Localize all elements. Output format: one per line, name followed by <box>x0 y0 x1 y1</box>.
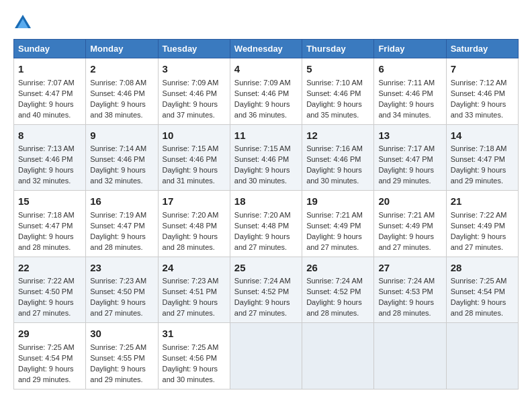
week-row-0: 1Sunrise: 7:07 AMSunset: 4:47 PMDaylight… <box>14 58 519 125</box>
day-number: 23 <box>90 261 153 275</box>
day-detail: Daylight: 9 hours <box>378 165 441 176</box>
day-detail: Sunrise: 7:18 AM <box>18 210 81 221</box>
calendar-cell <box>230 323 302 390</box>
day-number: 6 <box>378 62 441 77</box>
day-detail: Sunrise: 7:14 AM <box>90 144 153 154</box>
day-detail: Sunrise: 7:21 AM <box>306 210 369 221</box>
day-detail: Sunset: 4:46 PM <box>234 154 298 165</box>
day-detail: Daylight: 9 hours <box>306 232 369 242</box>
day-detail: Daylight: 9 hours <box>451 232 514 242</box>
day-detail: Sunrise: 7:15 AM <box>234 144 298 154</box>
week-row-3: 22Sunrise: 7:22 AMSunset: 4:50 PMDayligh… <box>14 257 519 323</box>
day-detail: and 29 minutes. <box>378 176 441 187</box>
calendar-cell: 19Sunrise: 7:21 AMSunset: 4:49 PMDayligh… <box>302 191 374 257</box>
day-number: 2 <box>90 62 153 77</box>
day-number: 18 <box>234 194 298 209</box>
day-detail: and 28 minutes. <box>18 242 81 253</box>
day-detail: Sunset: 4:50 PM <box>90 287 153 298</box>
calendar-cell: 11Sunrise: 7:15 AMSunset: 4:46 PMDayligh… <box>230 124 302 191</box>
day-detail: Sunrise: 7:07 AM <box>18 78 81 89</box>
day-detail: Sunset: 4:48 PM <box>234 221 298 232</box>
calendar-cell: 18Sunrise: 7:20 AMSunset: 4:48 PMDayligh… <box>230 191 302 257</box>
day-detail: Sunrise: 7:11 AM <box>378 78 441 89</box>
day-number: 3 <box>163 62 226 77</box>
day-detail: Sunset: 4:46 PM <box>18 154 81 165</box>
day-detail: and 27 minutes. <box>306 242 369 253</box>
day-detail: Sunset: 4:50 PM <box>18 287 81 298</box>
week-row-4: 29Sunrise: 7:25 AMSunset: 4:54 PMDayligh… <box>14 323 519 390</box>
calendar-cell: 14Sunrise: 7:18 AMSunset: 4:47 PMDayligh… <box>446 124 518 191</box>
day-detail: and 27 minutes. <box>451 242 514 253</box>
day-number: 17 <box>163 194 226 209</box>
page-header <box>13 13 519 32</box>
day-detail: and 28 minutes. <box>90 242 153 253</box>
calendar-cell: 3Sunrise: 7:09 AMSunset: 4:46 PMDaylight… <box>158 58 230 125</box>
day-detail: Sunset: 4:49 PM <box>306 221 369 232</box>
day-detail: Sunrise: 7:13 AM <box>18 144 81 154</box>
calendar-cell: 17Sunrise: 7:20 AMSunset: 4:48 PMDayligh… <box>158 191 230 257</box>
day-number: 22 <box>18 261 81 275</box>
day-number: 29 <box>18 326 81 341</box>
calendar-cell: 10Sunrise: 7:15 AMSunset: 4:46 PMDayligh… <box>158 124 230 191</box>
day-detail: Sunrise: 7:09 AM <box>163 78 226 89</box>
day-detail: Sunrise: 7:21 AM <box>378 210 441 221</box>
day-detail: Daylight: 9 hours <box>451 298 514 308</box>
day-detail: Sunrise: 7:15 AM <box>163 144 226 154</box>
day-detail: and 29 minutes. <box>451 176 514 187</box>
day-number: 14 <box>451 128 514 143</box>
header-friday: Friday <box>374 40 446 58</box>
day-detail: Daylight: 9 hours <box>378 99 441 110</box>
day-number: 16 <box>90 194 153 209</box>
day-detail: Sunset: 4:47 PM <box>451 154 514 165</box>
day-detail: Sunrise: 7:22 AM <box>18 276 81 287</box>
day-detail: Daylight: 9 hours <box>451 165 514 176</box>
day-detail: Sunrise: 7:24 AM <box>306 276 369 287</box>
day-number: 27 <box>378 261 441 275</box>
day-detail: Daylight: 9 hours <box>163 298 226 308</box>
day-detail: and 37 minutes. <box>163 110 226 121</box>
calendar-cell <box>374 323 446 390</box>
calendar-cell: 4Sunrise: 7:09 AMSunset: 4:46 PMDaylight… <box>230 58 302 125</box>
calendar-cell: 9Sunrise: 7:14 AMSunset: 4:46 PMDaylight… <box>86 124 158 191</box>
day-detail: and 30 minutes. <box>234 176 298 187</box>
day-detail: and 27 minutes. <box>90 308 153 319</box>
day-detail: Sunrise: 7:25 AM <box>163 342 226 353</box>
day-detail: and 40 minutes. <box>18 110 81 121</box>
day-detail: and 29 minutes. <box>18 375 81 385</box>
week-row-2: 15Sunrise: 7:18 AMSunset: 4:47 PMDayligh… <box>14 191 519 257</box>
day-detail: Sunset: 4:46 PM <box>306 89 369 99</box>
day-detail: Sunrise: 7:19 AM <box>90 210 153 221</box>
day-detail: Sunrise: 7:20 AM <box>163 210 226 221</box>
day-number: 1 <box>18 62 81 77</box>
day-detail: Daylight: 9 hours <box>18 232 81 242</box>
day-number: 19 <box>306 194 369 209</box>
calendar-cell: 29Sunrise: 7:25 AMSunset: 4:54 PMDayligh… <box>14 323 86 390</box>
calendar-header: SundayMondayTuesdayWednesdayThursdayFrid… <box>14 40 519 58</box>
day-number: 15 <box>18 194 81 209</box>
day-detail: and 28 minutes. <box>163 242 226 253</box>
calendar-cell: 26Sunrise: 7:24 AMSunset: 4:52 PMDayligh… <box>302 257 374 323</box>
day-detail: Daylight: 9 hours <box>378 232 441 242</box>
header-monday: Monday <box>86 40 158 58</box>
day-detail: Daylight: 9 hours <box>90 165 153 176</box>
day-number: 4 <box>234 62 298 77</box>
day-detail: Daylight: 9 hours <box>90 298 153 308</box>
day-detail: Sunset: 4:46 PM <box>378 89 441 99</box>
day-detail: Daylight: 9 hours <box>378 298 441 308</box>
day-number: 20 <box>378 194 441 209</box>
day-detail: Daylight: 9 hours <box>90 232 153 242</box>
day-detail: Sunset: 4:46 PM <box>163 154 226 165</box>
day-detail: and 27 minutes. <box>378 242 441 253</box>
day-detail: Daylight: 9 hours <box>163 99 226 110</box>
day-detail: Sunrise: 7:09 AM <box>234 78 298 89</box>
calendar-cell: 6Sunrise: 7:11 AMSunset: 4:46 PMDaylight… <box>374 58 446 125</box>
day-detail: Sunset: 4:54 PM <box>451 287 514 298</box>
calendar-cell <box>446 323 518 390</box>
day-detail: Sunrise: 7:23 AM <box>90 276 153 287</box>
day-detail: and 27 minutes. <box>18 308 81 319</box>
calendar-cell: 13Sunrise: 7:17 AMSunset: 4:47 PMDayligh… <box>374 124 446 191</box>
day-detail: Sunset: 4:46 PM <box>306 154 369 165</box>
week-row-1: 8Sunrise: 7:13 AMSunset: 4:46 PMDaylight… <box>14 124 519 191</box>
day-detail: Sunset: 4:46 PM <box>90 89 153 99</box>
header-saturday: Saturday <box>446 40 518 58</box>
